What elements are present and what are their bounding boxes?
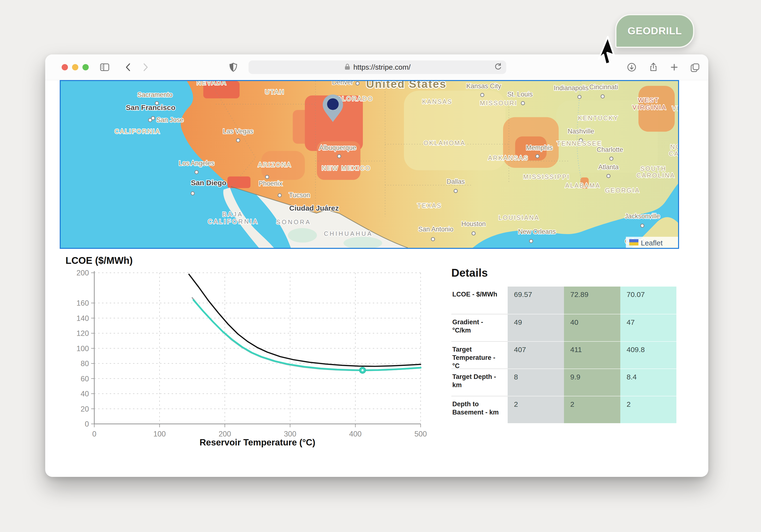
svg-text:0: 0 [85, 420, 89, 428]
shield-icon[interactable] [227, 61, 239, 73]
table-cell: 40 [564, 314, 620, 341]
details-table: LCOE - $/MWh 69.57 72.89 70.07 Gradient … [451, 287, 676, 423]
map-city-dot [607, 174, 610, 178]
map-label: Cincinnati [589, 84, 618, 91]
map-label: New Orleans [518, 228, 556, 235]
row-label: Depth to Basement - km [451, 396, 508, 423]
svg-text:160: 160 [76, 299, 89, 307]
map-label: Albuquerque [319, 144, 356, 151]
row-label: Gradient - °C/km [451, 314, 508, 341]
chart-x-axis-label: Reservoir Temperature (°C) [137, 438, 378, 447]
map-label: Phoenix [259, 180, 282, 187]
new-tab-icon[interactable] [669, 61, 680, 73]
map-label: LOUISIANA [498, 214, 539, 221]
map-label: San Diego [191, 179, 226, 187]
ukraine-flag-icon [629, 239, 638, 245]
minimize-button[interactable] [72, 64, 78, 70]
table-cell: 72.89 [564, 287, 620, 314]
map-city-dot [610, 157, 613, 160]
svg-text:20: 20 [81, 405, 89, 413]
map-city-dot [578, 95, 581, 99]
map-label: Memphis [526, 144, 553, 151]
row-label: Target Temperature - °C [451, 341, 508, 369]
lcoe-chart: LCOE ($/MWh) 020406080100120140160200010… [60, 255, 457, 458]
map-label: ALABAMA [565, 182, 601, 189]
map-attribution: Leaflet [626, 237, 678, 248]
map-city-dot [337, 154, 341, 158]
url-bar[interactable]: https://stripe.com/ [249, 60, 506, 74]
table-cell: 8.4 [620, 369, 676, 396]
map-label: San Francisco [126, 103, 176, 111]
svg-text:40: 40 [81, 389, 89, 398]
table-cell: 69.57 [508, 287, 564, 314]
map-label: TEXAS [417, 203, 442, 209]
map-city-dot [481, 93, 484, 97]
sidebar-icon[interactable] [99, 61, 110, 73]
geodrill-badge[interactable]: GEODRILL [615, 14, 694, 48]
map-label: MISSISSIPPI [523, 173, 570, 180]
map-city-dot [536, 154, 539, 158]
table-cell: 407 [508, 341, 564, 369]
map-city-dot [431, 237, 435, 241]
table-cell: 70.07 [620, 287, 676, 314]
leaflet-link[interactable]: Leaflet [641, 239, 663, 247]
map-label: CAROLINA [636, 172, 675, 179]
map-label: Jacksonville [625, 212, 660, 220]
map-city-dot [529, 239, 533, 243]
back-icon[interactable] [123, 61, 134, 73]
map-city-dot [521, 101, 525, 105]
map-label: WEST [638, 97, 659, 103]
map-label: OKLAHOMA [424, 140, 466, 146]
map-label: Los Angeles [179, 159, 214, 167]
close-button[interactable] [62, 64, 68, 70]
lock-icon [344, 63, 351, 71]
map-label: CHIHUAHUA [324, 230, 373, 237]
map-label: NEVADA [197, 81, 227, 86]
table-cell: 2 [508, 396, 564, 423]
map-label: Charlotte [597, 146, 623, 153]
svg-text:300: 300 [284, 430, 296, 438]
map-label: BAJA [222, 211, 243, 218]
svg-text:120: 120 [76, 329, 89, 337]
map-label: San Antonio [418, 226, 453, 233]
svg-text:200: 200 [218, 430, 231, 438]
map-city-dot [265, 175, 269, 179]
map-label: Ciudad Juárez [289, 204, 339, 212]
svg-text:100: 100 [76, 344, 89, 353]
map-city-dot [641, 224, 644, 227]
svg-text:80: 80 [81, 359, 89, 368]
map-label: NEW MEXICO [322, 165, 371, 171]
map-city-dot [601, 95, 604, 98]
map-label: VIRGINIA [672, 105, 678, 112]
map-city-dot [356, 82, 359, 85]
svg-text:0: 0 [92, 430, 96, 438]
svg-text:100: 100 [153, 430, 166, 438]
share-icon[interactable] [648, 61, 659, 73]
map-label: Denver [332, 81, 353, 86]
map-label: NORTH [670, 144, 678, 150]
map-label: ARKANSAS [488, 154, 529, 161]
zoom-button[interactable] [83, 64, 89, 70]
geothermal-map[interactable]: NEVADASacramentoSan FranciscoSan JoseUTA… [60, 80, 679, 249]
forward-icon[interactable] [140, 61, 151, 73]
map-label: VIRGINIA [632, 104, 667, 111]
map-label: Atlanta [598, 163, 618, 171]
svg-text:200: 200 [76, 269, 89, 277]
details-panel: Details LCOE - $/MWh 69.57 72.89 70.07 G… [451, 266, 676, 423]
map-city-dot [191, 192, 194, 195]
map-label: KENTUCKY [578, 115, 618, 121]
map-label: Las Vegas [223, 128, 253, 135]
tabs-icon[interactable] [689, 61, 701, 73]
map-label: United States [366, 81, 447, 90]
download-icon[interactable] [626, 61, 637, 73]
map-label: TENNESSEE [557, 140, 602, 147]
map-city-dot [472, 232, 475, 235]
geodrill-badge-label: GEODRILL [627, 25, 682, 37]
map-city-dot [195, 170, 198, 174]
map-label: San Jose [156, 116, 184, 124]
chart-line-scenario-teal [193, 300, 421, 371]
map-label: CALIFORNIA [115, 128, 160, 135]
table-cell: 8 [508, 369, 564, 396]
reload-icon[interactable] [494, 62, 502, 72]
map-label: CALIFORNIA [208, 218, 259, 225]
